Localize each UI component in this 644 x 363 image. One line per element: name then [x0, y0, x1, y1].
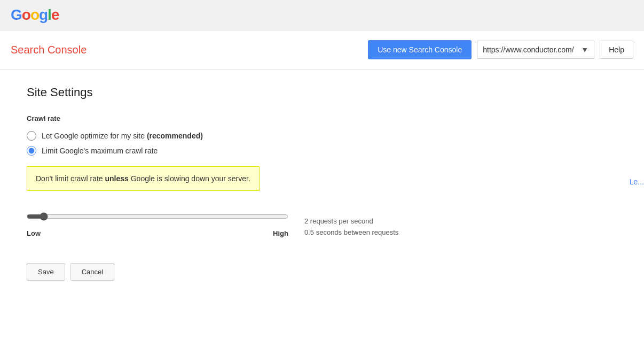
radio-item-limit: Limit Google's maximum crawl rate [27, 146, 465, 156]
selected-url: https://www.conductor.com/ [483, 45, 577, 54]
logo-e: e [51, 6, 59, 23]
use-new-search-console-button[interactable]: Use new Search Console [368, 40, 472, 59]
crawl-stats: 2 requests per second 0.5 seconds betwee… [304, 216, 398, 238]
radio-optimize-label[interactable]: Let Google optimize for my site (recomme… [42, 132, 203, 140]
logo-o1: o [22, 6, 30, 23]
crawl-stat2: 0.5 seconds between requests [304, 227, 398, 238]
learn-more-anchor[interactable]: Le... [630, 177, 644, 186]
slider-stats-row: Low High 2 requests per second 0.5 secon… [27, 206, 465, 248]
google-logo: Google [11, 6, 59, 24]
page-title: Site Settings [27, 86, 465, 99]
main-content: Site Settings Crawl rate Let Google opti… [0, 69, 481, 297]
radio-limit[interactable] [27, 146, 36, 156]
help-button[interactable]: Help [600, 41, 633, 59]
top-bar: Google [0, 0, 644, 30]
slider-labels: Low High [27, 229, 288, 237]
search-console-title: Search Console [11, 44, 368, 56]
logo-l: l [48, 6, 51, 23]
logo-g: G [11, 6, 22, 23]
header-actions: Use new Search Console https://www.condu… [368, 40, 633, 59]
slider-high-label: High [273, 229, 288, 237]
logo-o2: o [30, 6, 39, 23]
url-selector-dropdown[interactable]: https://www.conductor.com/ ▼ [477, 41, 594, 59]
learn-more-link[interactable]: Le... [630, 172, 644, 191]
cancel-button[interactable]: Cancel [70, 263, 114, 281]
action-buttons: Save Cancel [27, 263, 465, 281]
crawl-rate-options: Let Google optimize for my site (recomme… [27, 131, 465, 156]
radio-optimize[interactable] [27, 131, 36, 141]
crawl-rate-slider[interactable] [27, 212, 288, 221]
crawl-rate-label: Crawl rate [27, 114, 465, 122]
slider-wrapper [27, 206, 288, 227]
radio-item-optimize: Let Google optimize for my site (recomme… [27, 131, 465, 141]
header-bar: Search Console Use new Search Console ht… [0, 30, 644, 69]
logo-g2: g [39, 6, 48, 23]
save-button[interactable]: Save [27, 263, 65, 281]
warning-box: Don't limit crawl rate unless Google is … [27, 166, 260, 191]
slider-low-label: Low [27, 229, 41, 237]
radio-limit-label[interactable]: Limit Google's maximum crawl rate [42, 146, 158, 155]
chevron-down-icon: ▼ [581, 45, 588, 54]
crawl-stat1: 2 requests per second [304, 216, 398, 227]
slider-container: Low High [27, 206, 288, 237]
